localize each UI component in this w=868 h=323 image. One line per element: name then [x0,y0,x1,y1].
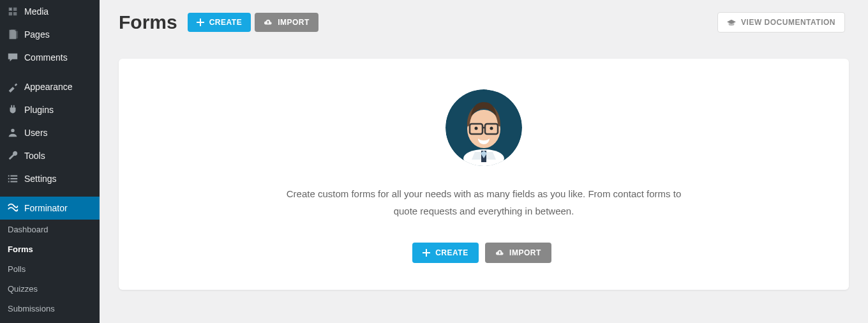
view-documentation-button[interactable]: VIEW DOCUMENTATION [717,12,845,33]
sidebar-item-label: Plugins [24,105,54,115]
main-content: Forms CREATE IMPORT VIEW DOCUMENTATION [100,0,868,323]
plus-icon [197,19,204,26]
cloud-upload-icon [495,249,504,257]
subitem-dashboard[interactable]: Dashboard [0,220,100,239]
page-header: Forms CREATE IMPORT VIEW DOCUMENTATION [119,11,849,33]
users-icon [6,126,19,139]
plus-icon [423,249,430,257]
sidebar-item-label: Media [24,6,49,17]
sidebar-item-forminator[interactable]: Forminator [0,197,100,220]
mascot-avatar [445,89,522,166]
panel-import-button[interactable]: IMPORT [485,243,551,263]
sidebar-item-label: Users [24,128,48,138]
appearance-icon [6,80,19,93]
subitem-integrations[interactable]: Integrations [0,319,100,323]
empty-state-description: Create custom forms for all your needs w… [286,185,682,220]
sidebar-item-label: Settings [24,174,57,184]
forminator-icon [6,202,19,214]
subitem-polls[interactable]: Polls [0,259,100,279]
sidebar-item-label: Appearance [24,82,73,92]
tools-icon [6,149,19,162]
plugins-icon [6,103,19,116]
cloud-upload-icon [264,19,273,26]
panel-create-button[interactable]: CREATE [412,243,478,263]
subitem-quizzes[interactable]: Quizzes [0,279,100,299]
svg-point-0 [11,129,14,132]
sidebar-item-plugins[interactable]: Plugins [0,98,100,121]
sidebar-item-settings[interactable]: Settings [0,167,100,190]
pages-icon [6,28,19,41]
settings-icon [6,172,19,185]
sidebar-item-label: Forminator [24,203,68,213]
sidebar-item-users[interactable]: Users [0,121,100,144]
svg-point-8 [475,127,478,130]
sidebar-item-label: Tools [24,151,45,161]
panel-actions: CREATE IMPORT [138,243,830,263]
import-button[interactable]: IMPORT [255,13,318,32]
subitem-forms[interactable]: Forms [0,239,100,259]
sidebar-item-appearance[interactable]: Appearance [0,75,100,98]
empty-state-panel: Create custom forms for all your needs w… [119,59,849,290]
sidebar-item-tools[interactable]: Tools [0,144,100,167]
media-icon [6,5,19,18]
subitem-submissions[interactable]: Submissions [0,299,100,319]
admin-sidebar: Media Pages Comments Appearance Plugins … [0,0,100,323]
svg-point-9 [490,127,493,130]
comments-icon [6,51,19,64]
sidebar-item-pages[interactable]: Pages [0,23,100,46]
create-button[interactable]: CREATE [188,13,251,32]
graduation-cap-icon [727,19,736,26]
sidebar-item-label: Pages [24,29,50,40]
sidebar-item-label: Comments [24,52,68,63]
sidebar-item-comments[interactable]: Comments [0,46,100,69]
sidebar-item-media[interactable]: Media [0,0,100,23]
page-title: Forms [119,11,177,33]
